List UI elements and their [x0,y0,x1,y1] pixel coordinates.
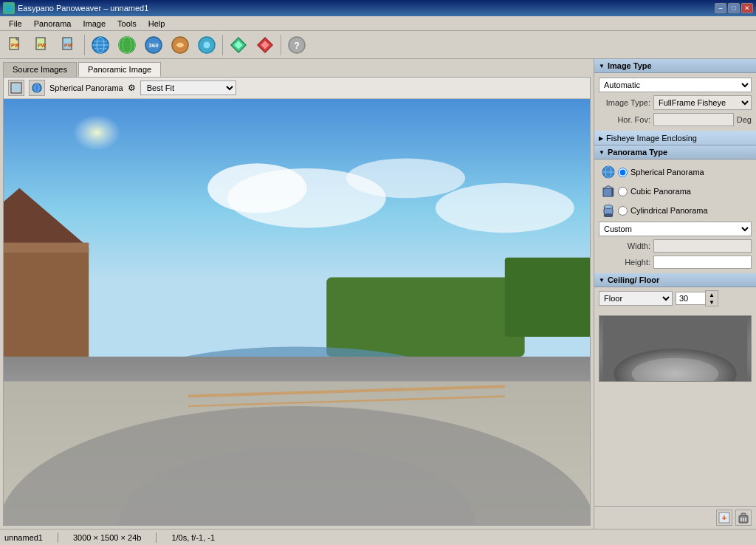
height-input[interactable]: 1500 [653,256,752,269]
expand-triangle: ▶ [599,135,603,142]
close-button[interactable]: ✕ [741,3,753,13]
svg-rect-39 [4,247,89,366]
view-button[interactable] [194,33,219,57]
panorama-display[interactable] [4,99,590,525]
new-button[interactable]: PW [3,33,28,57]
globe1-button[interactable] [88,33,113,57]
fisheye-title: Fisheye Image Enclosing [606,134,697,143]
view-type-label: Spherical Panorama [49,83,123,92]
image-type-select[interactable]: FullFrame Fisheye Circular Fisheye Recti… [653,95,752,110]
help-button[interactable]: ? [284,33,309,57]
cf-value-input[interactable] [676,292,705,305]
tab-panoramic-image[interactable]: Panoramic Image [78,62,161,77]
cylindrical-row: Cylindrical Panorama [599,202,752,219]
svg-text:?: ? [294,40,300,51]
panorama-type-header[interactable]: ▼ Panorama Type [594,145,756,160]
svg-point-35 [436,183,574,233]
delete-image-btn[interactable] [735,510,752,526]
menu-image[interactable]: Image [78,18,112,30]
status-info: 1/0s, f/-1, -1 [171,533,215,542]
minimize-button[interactable]: – [715,3,726,13]
sphere-icon [602,165,615,179]
status-sep-2 [156,532,157,543]
width-input[interactable]: 3000 [653,239,752,253]
status-filename: unnamed1 [4,533,43,542]
width-label: Width: [599,241,650,250]
fisheye-header[interactable]: ▶ Fisheye Image Enclosing [594,131,756,145]
menu-help[interactable]: Help [142,18,171,30]
size-select[interactable]: Custom 4000x2000 2000x1000 1000x500 [599,222,752,236]
svg-point-31 [49,109,208,227]
window-controls: – □ ✕ [715,3,753,13]
status-sep-1 [58,532,58,543]
menu-file[interactable]: File [3,18,28,30]
ceiling-floor-header[interactable]: ▼ Ceiling/ Floor [594,273,756,287]
svg-text:360: 360 [148,42,159,49]
automatic-select[interactable]: Automatic Manual [599,78,752,92]
arrow-button[interactable] [252,33,278,57]
toolbar-separator-3 [281,35,281,55]
svg-point-34 [346,159,465,199]
right-panel: ▼ Image Type Automatic Manual Image Type… [594,59,756,529]
cylindrical-radio[interactable] [618,206,628,216]
menu-panorama[interactable]: Panorama [28,18,78,30]
save-button[interactable]: PW [56,33,81,57]
cylinder-icon [602,204,615,217]
globe2-button[interactable] [114,33,140,57]
fit-select[interactable]: Best Fit Fit Width Fit Height 100% [140,80,236,95]
svg-text:PW: PW [11,43,20,48]
add-image-btn[interactable]: + [716,510,732,526]
cubic-radio[interactable] [618,187,628,196]
menu-bar: File Panorama Image Tools Help [0,16,756,31]
cf-increment-btn[interactable]: ▲ [706,291,718,298]
collapse-triangle-3: ▼ [599,277,605,284]
app-icon: 🌐 [3,2,15,14]
tab-source-images[interactable]: Source Images [3,62,77,77]
image-area: Spherical Panorama ⚙ Best Fit Fit Width … [3,77,591,526]
cubic-label: Cubic Panorama [630,187,691,196]
toolbar-separator-1 [84,35,85,55]
preview-area [594,309,756,506]
360-button[interactable]: 360 [141,33,166,57]
spherical-label: Spherical Panorama [630,168,704,176]
bottom-toolbar: + [594,506,756,529]
collapse-triangle: ▼ [599,63,605,69]
panorama-image [4,99,590,525]
svg-rect-27 [13,84,20,92]
hor-fov-label: Hor. Fov: [599,115,650,124]
image-type-title: Image Type [608,61,652,70]
sphere-mode-btn[interactable] [29,80,45,96]
app-title: Easypano Panoweaver – unnamed1 [18,4,148,13]
collapse-triangle-2: ▼ [599,149,605,156]
settings-icon[interactable]: ⚙ [128,83,136,93]
cf-decrement-btn[interactable]: ▼ [706,298,718,306]
image-type-header[interactable]: ▼ Image Type [594,59,756,73]
spherical-radio[interactable] [618,168,628,177]
size-row: Custom 4000x2000 2000x1000 1000x500 [599,222,752,236]
open-button[interactable]: PW [30,33,55,57]
svg-point-57 [604,214,613,218]
svg-point-56 [604,205,613,209]
toolbar-separator-2 [222,35,223,55]
main-content: Source Images Panoramic Image Spherical … [0,59,756,529]
image-type-content: Automatic Manual Image Type: FullFrame F… [594,73,756,131]
cf-spinner-buttons: ▲ ▼ [705,290,718,306]
hor-fov-input[interactable]: 88.29 [653,113,734,126]
cylindrical-label: Cylindrical Panorama [630,206,708,215]
svg-text:+: + [722,513,726,522]
menu-tools[interactable]: Tools [111,18,142,30]
image-toolbar: Spherical Panorama ⚙ Best Fit Fit Width … [4,78,590,99]
svg-text:PW: PW [38,43,47,48]
svg-point-28 [32,83,41,92]
svg-rect-37 [326,278,524,357]
image-type-label: Image Type: [599,98,650,107]
spherical-row: Spherical Panorama [599,164,752,180]
cube-icon [602,185,615,198]
ceiling-floor-select[interactable]: Floor Ceiling Both None [599,291,673,306]
stitch-button[interactable] [168,33,193,57]
diamond-button[interactable] [226,33,251,57]
panorama-type-title: Panorama Type [608,148,667,157]
view-mode-btn[interactable] [8,80,24,96]
svg-point-19 [203,41,210,49]
maximize-button[interactable]: □ [728,3,740,13]
